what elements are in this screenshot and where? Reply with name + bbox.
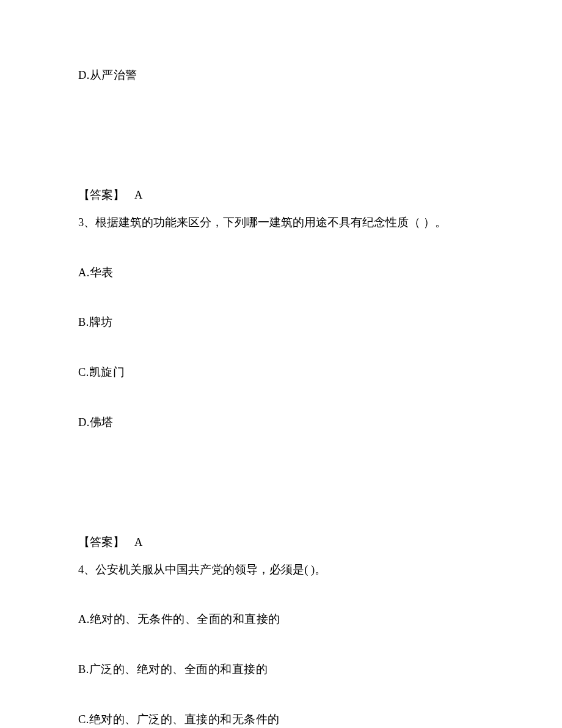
q3-option-c: C.凯旋门 [78,364,484,381]
q3-stem: 3、根据建筑的功能来区分，下列哪一建筑的用途不具有纪念性质（ ）。 [78,215,484,232]
q3-answer-label: 【答案】 [78,536,125,548]
q4-option-a: A.绝对的、无条件的、全面的和直接的 [78,611,484,628]
q4-option-c: C.绝对的、广泛的、直接的和无条件的 [78,711,484,728]
q2-answer-label: 【答案】 [78,189,125,201]
q3-option-b: B.牌坊 [78,314,484,331]
q3-answer-value: A [134,536,142,548]
q2-answer-value: A [134,189,142,201]
q4-stem: 4、公安机关服从中国共产党的领导，必须是( )。 [78,562,484,579]
q4-option-b: B.广泛的、绝对的、全面的和直接的 [78,661,484,678]
q3-option-d: D.佛塔 [78,414,484,432]
q3-option-a: A.华表 [78,265,484,282]
q2-option-d: D.从严治警 [78,67,484,84]
